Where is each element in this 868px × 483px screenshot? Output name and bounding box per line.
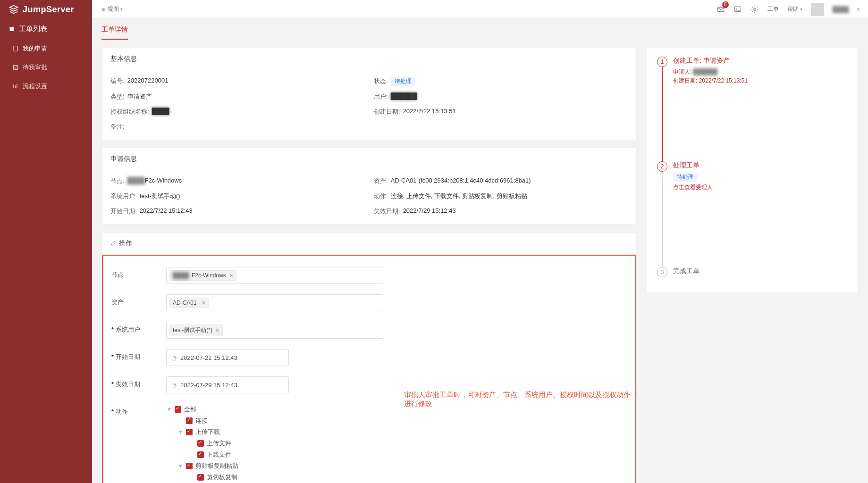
sidebar-item-label: 待我审批: [23, 63, 47, 72]
tree-label-all: 全部: [184, 404, 196, 415]
step-assignees-link[interactable]: 点击查看受理人: [673, 183, 713, 192]
logo-icon: [8, 4, 19, 15]
label-status: 状态:: [374, 77, 388, 86]
step-marker: 3: [657, 267, 667, 277]
start-date-input[interactable]: ◔2022-07-22 15:12:43: [166, 349, 289, 366]
panel-title: 基本信息: [102, 48, 636, 70]
timeline-connector: [662, 172, 663, 268]
step-applicant: 申请人: ██████: [673, 68, 748, 76]
expire-date-input[interactable]: ◔2022-07-29 15:12:43: [166, 376, 289, 393]
sysuser-select[interactable]: test-测试手动(*)✕: [166, 322, 383, 339]
sidebar-item-pending-approve[interactable]: 待我审批: [0, 58, 92, 77]
clock-icon: ◔: [171, 382, 177, 389]
label-action: 动作:: [374, 192, 388, 200]
chip-node: ████F2c-Windows✕: [169, 270, 236, 281]
checkbox-all[interactable]: [175, 406, 181, 413]
step-title: 完成工单: [673, 267, 699, 275]
chip-remove-icon[interactable]: ✕: [215, 327, 219, 333]
value-sysuser: test-测试手动(): [140, 192, 180, 200]
ops-highlight-box: 节点 ████F2c-Windows✕ 资产 AD-CA01-✕ 系统用户 te…: [102, 255, 636, 483]
panel-title: 申请信息: [102, 148, 636, 170]
webterminal-icon[interactable]: [733, 5, 742, 14]
chip-sysuser: test-测试手动(*)✕: [169, 325, 223, 336]
step-status-tag: 待处理: [673, 173, 698, 182]
sidebar-header-label: 工单列表: [19, 25, 47, 33]
caret-icon[interactable]: ▾: [177, 460, 183, 472]
chevron-down-icon: ▾: [120, 7, 123, 12]
step-marker: 1: [657, 57, 667, 67]
hamburger-icon[interactable]: ≡: [101, 6, 104, 13]
panel-ops: 操作 节点 ████F2c-Windows✕ 资产 AD-CA01-✕: [101, 232, 637, 483]
timeline-step-3: 3 完成工单: [657, 267, 848, 278]
view-switch[interactable]: 视图 ▾: [108, 5, 123, 13]
chip-remove-icon[interactable]: ✕: [229, 273, 233, 279]
value-number: 202207220001: [127, 77, 169, 86]
doc-icon: [12, 45, 19, 52]
value-asset: AD-CA01-(fc00:2934:b208:1:4c40:4dcd:6961…: [391, 177, 531, 185]
tree-label-updown: 上传下载: [195, 426, 220, 438]
value-type: 申请资产: [127, 92, 152, 101]
tree-label-connect: 连接: [195, 415, 208, 426]
value-action: 连接, 上传文件, 下载文件, 剪贴板复制, 剪贴板粘贴: [391, 192, 527, 200]
form-label-asset: 资产: [111, 294, 166, 307]
check-icon: [12, 64, 19, 71]
ticket-icon: [8, 26, 15, 33]
value-org: ████: [152, 108, 169, 116]
username[interactable]: ████: [833, 6, 849, 13]
expire-date-value: 2022-07-29 15:12:43: [180, 382, 237, 389]
checkbox-upload[interactable]: [197, 440, 204, 447]
sidebar-item-label: 我的申请: [23, 44, 47, 53]
caret-icon[interactable]: ▾: [177, 426, 183, 438]
chip-asset: AD-CA01-✕: [169, 298, 209, 308]
checkbox-download[interactable]: [197, 451, 204, 458]
chevron-down-icon[interactable]: ▾: [857, 7, 860, 12]
annotation-text: 审批人审批工单时，可对资产、节点、系统用户、授权时间以及授权动作进行修改: [404, 391, 636, 408]
checkbox-clip[interactable]: [186, 463, 193, 469]
step-marker: 2: [657, 161, 667, 172]
timeline-step-1: 1 创建工单: 申请资产 申请人: ██████ 创建日期: 2022/7/22…: [657, 57, 848, 161]
tabbar: 工单详情: [101, 19, 859, 40]
node-select[interactable]: ████F2c-Windows✕: [166, 267, 383, 284]
label-remark: 备注:: [110, 123, 125, 131]
panel-basic-info: 基本信息 编号:202207220001 状态:待处理 类型:申请资产 用户:█…: [101, 48, 637, 140]
caret-icon[interactable]: ▾: [166, 404, 172, 415]
avatar[interactable]: [811, 3, 824, 16]
sidebar-section-header: 工单列表: [0, 19, 92, 39]
asset-select[interactable]: AD-CA01-✕: [166, 294, 383, 311]
tree-label-clip: 剪贴板复制粘贴: [195, 460, 238, 472]
sidebar-item-my-apply[interactable]: 我的申请: [0, 39, 92, 58]
panel-timeline: 1 创建工单: 申请资产 申请人: ██████ 创建日期: 2022/7/22…: [646, 48, 859, 293]
label-node: 节点:: [110, 177, 125, 185]
checkbox-connect[interactable]: [186, 417, 193, 424]
label-expire: 失效日期:: [374, 207, 400, 216]
chevron-down-icon: ▾: [800, 7, 802, 12]
tree-label-download: 下载文件: [207, 449, 231, 460]
label-created: 创建日期:: [374, 108, 400, 116]
svg-point-4: [753, 8, 756, 10]
value-user: ██████: [391, 92, 417, 101]
value-status: 待处理: [391, 77, 415, 86]
mail-badge: 8: [722, 1, 729, 8]
tab-ticket-detail[interactable]: 工单详情: [101, 25, 128, 40]
action-tree: ▾全部 连接 ▾上传下载 上传文件 下载文件: [166, 404, 383, 483]
gear-icon[interactable]: [750, 5, 759, 14]
topbar-ticket-link[interactable]: 工单: [767, 5, 779, 13]
svg-rect-1: [13, 65, 17, 69]
svg-rect-3: [734, 7, 741, 12]
checkbox-clip-copy[interactable]: [197, 474, 204, 481]
sidebar-item-flow-settings[interactable]: 流程设置: [0, 77, 92, 96]
topbar-help[interactable]: 帮助 ▾: [787, 5, 802, 13]
label-asset: 资产:: [374, 177, 388, 185]
form-label-start: 开始日期: [111, 349, 166, 361]
label-sysuser: 系统用户:: [110, 192, 137, 200]
start-date-value: 2022-07-22 15:12:43: [180, 354, 237, 361]
logo: JumpServer: [0, 0, 92, 19]
form-label-expire: 失效日期: [111, 376, 166, 389]
mail-icon[interactable]: 8: [716, 5, 725, 14]
step-title: 创建工单: 申请资产: [673, 57, 748, 65]
label-user: 用户:: [374, 92, 388, 101]
sidebar: JumpServer 工单列表 我的申请 待我审批 流程设置: [0, 0, 92, 483]
checkbox-updown[interactable]: [186, 429, 193, 435]
value-created: 2022/7/22 15:13:51: [403, 108, 456, 116]
chip-remove-icon[interactable]: ✕: [202, 300, 206, 306]
